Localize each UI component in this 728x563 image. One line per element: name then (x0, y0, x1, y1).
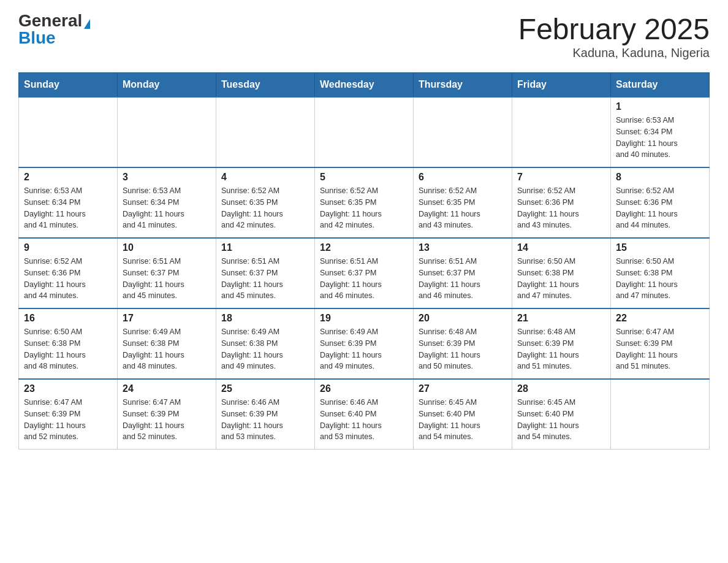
day-number: 3 (123, 172, 211, 183)
calendar-cell: 24Sunrise: 6:47 AMSunset: 6:39 PMDayligh… (118, 379, 216, 450)
logo: General Blue (18, 12, 90, 47)
calendar-cell: 5Sunrise: 6:52 AMSunset: 6:35 PMDaylight… (315, 167, 414, 238)
calendar-cell: 18Sunrise: 6:49 AMSunset: 6:38 PMDayligh… (216, 308, 315, 379)
calendar-cell: 19Sunrise: 6:49 AMSunset: 6:39 PMDayligh… (315, 308, 414, 379)
calendar-cell: 14Sunrise: 6:50 AMSunset: 6:38 PMDayligh… (512, 238, 611, 308)
calendar-cell: 11Sunrise: 6:51 AMSunset: 6:37 PMDayligh… (216, 238, 315, 308)
day-number: 13 (419, 242, 507, 253)
calendar-cell: 4Sunrise: 6:52 AMSunset: 6:35 PMDaylight… (216, 167, 315, 238)
day-number: 12 (320, 242, 408, 253)
weekday-header-friday: Friday (512, 73, 611, 98)
day-number: 24 (123, 383, 211, 394)
calendar-cell (118, 97, 216, 167)
day-number: 16 (24, 313, 112, 324)
weekday-header-thursday: Thursday (414, 73, 512, 98)
day-info: Sunrise: 6:46 AMSunset: 6:39 PMDaylight:… (221, 397, 309, 443)
logo-triangle-icon (84, 19, 90, 29)
calendar-cell: 21Sunrise: 6:48 AMSunset: 6:39 PMDayligh… (512, 308, 611, 379)
day-info: Sunrise: 6:46 AMSunset: 6:40 PMDaylight:… (320, 397, 408, 443)
calendar-cell: 17Sunrise: 6:49 AMSunset: 6:38 PMDayligh… (118, 308, 216, 379)
day-info: Sunrise: 6:47 AMSunset: 6:39 PMDaylight:… (24, 397, 112, 443)
day-number: 25 (221, 383, 309, 394)
calendar-cell: 2Sunrise: 6:53 AMSunset: 6:34 PMDaylight… (19, 167, 118, 238)
calendar-cell: 1Sunrise: 6:53 AMSunset: 6:34 PMDaylight… (611, 97, 710, 167)
calendar-cell (512, 97, 611, 167)
calendar-cell: 7Sunrise: 6:52 AMSunset: 6:36 PMDaylight… (512, 167, 611, 238)
day-number: 14 (517, 242, 605, 253)
day-number: 19 (320, 313, 408, 324)
day-info: Sunrise: 6:49 AMSunset: 6:38 PMDaylight:… (123, 326, 211, 372)
calendar-cell: 27Sunrise: 6:45 AMSunset: 6:40 PMDayligh… (414, 379, 512, 450)
weekday-header-tuesday: Tuesday (216, 73, 315, 98)
day-number: 1 (616, 101, 704, 112)
day-number: 9 (24, 242, 112, 253)
calendar-cell: 28Sunrise: 6:45 AMSunset: 6:40 PMDayligh… (512, 379, 611, 450)
day-number: 22 (616, 313, 704, 324)
day-info: Sunrise: 6:49 AMSunset: 6:39 PMDaylight:… (320, 326, 408, 372)
calendar-cell: 12Sunrise: 6:51 AMSunset: 6:37 PMDayligh… (315, 238, 414, 308)
day-info: Sunrise: 6:50 AMSunset: 6:38 PMDaylight:… (24, 326, 112, 372)
day-number: 11 (221, 242, 309, 253)
day-info: Sunrise: 6:50 AMSunset: 6:38 PMDaylight:… (517, 256, 605, 302)
day-info: Sunrise: 6:51 AMSunset: 6:37 PMDaylight:… (320, 256, 408, 302)
day-info: Sunrise: 6:52 AMSunset: 6:35 PMDaylight:… (221, 185, 309, 231)
location: Kaduna, Kaduna, Nigeria (518, 46, 710, 60)
day-number: 6 (419, 172, 507, 183)
day-number: 4 (221, 172, 309, 183)
day-info: Sunrise: 6:52 AMSunset: 6:35 PMDaylight:… (320, 185, 408, 231)
day-info: Sunrise: 6:47 AMSunset: 6:39 PMDaylight:… (616, 326, 704, 372)
day-info: Sunrise: 6:52 AMSunset: 6:36 PMDaylight:… (616, 185, 704, 231)
day-number: 18 (221, 313, 309, 324)
day-number: 2 (24, 172, 112, 183)
calendar-cell: 25Sunrise: 6:46 AMSunset: 6:39 PMDayligh… (216, 379, 315, 450)
day-number: 7 (517, 172, 605, 183)
calendar-cell: 3Sunrise: 6:53 AMSunset: 6:34 PMDaylight… (118, 167, 216, 238)
day-info: Sunrise: 6:51 AMSunset: 6:37 PMDaylight:… (221, 256, 309, 302)
day-info: Sunrise: 6:49 AMSunset: 6:38 PMDaylight:… (221, 326, 309, 372)
calendar-week-2: 2Sunrise: 6:53 AMSunset: 6:34 PMDaylight… (19, 167, 710, 238)
day-number: 28 (517, 383, 605, 394)
calendar-cell (611, 379, 710, 450)
calendar-cell: 9Sunrise: 6:52 AMSunset: 6:36 PMDaylight… (19, 238, 118, 308)
day-number: 8 (616, 172, 704, 183)
day-info: Sunrise: 6:48 AMSunset: 6:39 PMDaylight:… (517, 326, 605, 372)
title-area: February 2025 Kaduna, Kaduna, Nigeria (518, 12, 710, 60)
day-number: 17 (123, 313, 211, 324)
calendar-week-1: 1Sunrise: 6:53 AMSunset: 6:34 PMDaylight… (19, 97, 710, 167)
calendar-week-4: 16Sunrise: 6:50 AMSunset: 6:38 PMDayligh… (19, 308, 710, 379)
calendar-cell (216, 97, 315, 167)
day-number: 27 (419, 383, 507, 394)
logo-general-line: General (18, 12, 90, 29)
calendar-cell: 23Sunrise: 6:47 AMSunset: 6:39 PMDayligh… (19, 379, 118, 450)
day-number: 15 (616, 242, 704, 253)
month-title: February 2025 (518, 12, 710, 46)
weekday-header-wednesday: Wednesday (315, 73, 414, 98)
logo-blue-text: Blue (18, 28, 56, 47)
day-info: Sunrise: 6:53 AMSunset: 6:34 PMDaylight:… (24, 185, 112, 231)
calendar-cell: 22Sunrise: 6:47 AMSunset: 6:39 PMDayligh… (611, 308, 710, 379)
day-info: Sunrise: 6:52 AMSunset: 6:35 PMDaylight:… (419, 185, 507, 231)
day-info: Sunrise: 6:47 AMSunset: 6:39 PMDaylight:… (123, 397, 211, 443)
calendar-cell (19, 97, 118, 167)
day-info: Sunrise: 6:50 AMSunset: 6:38 PMDaylight:… (616, 256, 704, 302)
calendar-week-5: 23Sunrise: 6:47 AMSunset: 6:39 PMDayligh… (19, 379, 710, 450)
day-number: 26 (320, 383, 408, 394)
calendar-cell: 8Sunrise: 6:52 AMSunset: 6:36 PMDaylight… (611, 167, 710, 238)
calendar-cell: 26Sunrise: 6:46 AMSunset: 6:40 PMDayligh… (315, 379, 414, 450)
calendar-cell: 13Sunrise: 6:51 AMSunset: 6:37 PMDayligh… (414, 238, 512, 308)
day-info: Sunrise: 6:51 AMSunset: 6:37 PMDaylight:… (419, 256, 507, 302)
calendar-cell: 20Sunrise: 6:48 AMSunset: 6:39 PMDayligh… (414, 308, 512, 379)
calendar-table: SundayMondayTuesdayWednesdayThursdayFrid… (18, 72, 710, 450)
day-number: 23 (24, 383, 112, 394)
calendar-week-3: 9Sunrise: 6:52 AMSunset: 6:36 PMDaylight… (19, 238, 710, 308)
weekday-header-sunday: Sunday (19, 73, 118, 98)
logo-general-text: General (18, 11, 82, 30)
calendar-cell: 16Sunrise: 6:50 AMSunset: 6:38 PMDayligh… (19, 308, 118, 379)
day-info: Sunrise: 6:52 AMSunset: 6:36 PMDaylight:… (517, 185, 605, 231)
day-number: 21 (517, 313, 605, 324)
day-info: Sunrise: 6:48 AMSunset: 6:39 PMDaylight:… (419, 326, 507, 372)
day-number: 5 (320, 172, 408, 183)
day-info: Sunrise: 6:45 AMSunset: 6:40 PMDaylight:… (419, 397, 507, 443)
calendar-cell: 6Sunrise: 6:52 AMSunset: 6:35 PMDaylight… (414, 167, 512, 238)
calendar-cell (414, 97, 512, 167)
